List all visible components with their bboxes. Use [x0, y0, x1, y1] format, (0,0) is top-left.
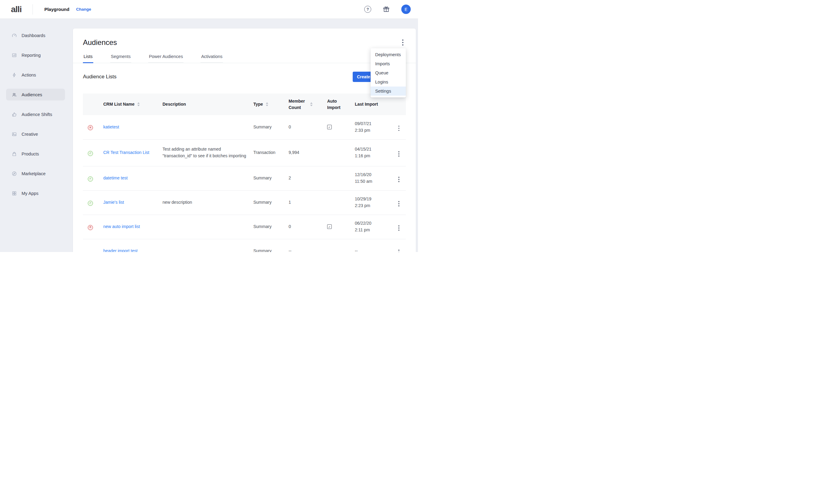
- list-name-link[interactable]: CR Test Transaction List: [103, 149, 153, 156]
- column-auto-import: Auto Import: [322, 94, 350, 115]
- list-name-link[interactable]: Jamie's list: [103, 199, 128, 206]
- sidebar-item-audience-shifts[interactable]: Audience Shifts: [0, 104, 66, 124]
- auto-import-checkbox[interactable]: ✓: [327, 225, 332, 229]
- row-kebab-menu-button[interactable]: [396, 224, 401, 232]
- success-status-icon: ✓: [88, 201, 93, 206]
- sidebar-item-label: Audience Shifts: [22, 112, 52, 117]
- table-row: ✕new auto import listSummary0✓06/22/202:…: [83, 215, 406, 239]
- alli-logo: alli: [11, 4, 22, 14]
- card-header: Audiences: [83, 28, 406, 47]
- top-bar: alli Playground Change ? E: [0, 0, 418, 19]
- last-import-time: 2:11 pm: [355, 227, 392, 233]
- row-kebab-menu-button[interactable]: [396, 200, 401, 208]
- list-name-link[interactable]: new auto import list: [103, 224, 144, 230]
- topbar-divider: [33, 4, 33, 15]
- last-import-time: 1:16 pm: [355, 153, 392, 159]
- grid-icon: [12, 191, 17, 196]
- list-type: Summary: [253, 248, 271, 252]
- list-name-link[interactable]: katietest: [103, 124, 124, 131]
- sidebar-item-label: Dashboards: [22, 33, 45, 38]
- error-status-icon: ✕: [88, 225, 93, 230]
- sort-arrows-icon[interactable]: [137, 102, 140, 106]
- sidebar-item-label: My Apps: [22, 191, 39, 196]
- gauge-icon: [12, 33, 17, 38]
- app-screen: alli Playground Change ? E DashboardsRep…: [0, 0, 418, 252]
- image-icon: [12, 132, 17, 137]
- menu-item-settings[interactable]: Settings: [370, 86, 406, 96]
- sidebar-item-label: Actions: [22, 73, 36, 77]
- tab-segments[interactable]: Segments: [110, 52, 131, 63]
- table-body: ✕katietestSummary0✓09/07/212:33 pm✓CR Te…: [83, 115, 406, 252]
- menu-item-deployments[interactable]: Deployments: [370, 50, 406, 59]
- sidebar-item-my-apps[interactable]: My Apps: [0, 183, 66, 203]
- sidebar-item-label: Reporting: [22, 53, 41, 58]
- avatar[interactable]: E: [401, 4, 411, 14]
- last-import-date: --: [355, 248, 392, 252]
- table-row: ✓Jamie's listnew descriptionSummary110/2…: [83, 190, 406, 215]
- page-title: Audiences: [83, 38, 117, 47]
- sidebar: DashboardsReportingActionsAudiencesAudie…: [0, 19, 66, 252]
- row-kebab-menu-button[interactable]: [396, 248, 401, 252]
- sidebar-item-label: Audiences: [22, 92, 42, 97]
- list-description: new description: [163, 200, 192, 205]
- sidebar-item-actions[interactable]: Actions: [0, 65, 66, 85]
- bar-chart-icon: [12, 53, 17, 58]
- tab-lists[interactable]: Lists: [83, 52, 93, 63]
- column-member-count: Member Count: [283, 94, 322, 115]
- list-type: Summary: [253, 200, 271, 205]
- column-crm-list-name: CRM List Name: [98, 94, 159, 115]
- member-count: 9,994: [289, 150, 299, 155]
- tab-activations[interactable]: Activations: [201, 52, 223, 63]
- menu-item-queue[interactable]: Queue: [370, 68, 406, 77]
- last-import-date: 06/22/20: [355, 220, 392, 227]
- lightning-icon: [12, 72, 17, 78]
- sidebar-item-audiences[interactable]: Audiences: [0, 85, 66, 104]
- sidebar-item-label: Products: [22, 152, 39, 156]
- row-kebab-menu-button[interactable]: [396, 175, 401, 183]
- audience-lists-table: CRM List NameDescriptionTypeMember Count…: [83, 94, 406, 252]
- column-type: Type: [251, 94, 283, 115]
- member-count: 2: [289, 175, 291, 180]
- audiences-card: Audiences ListsSegmentsPower AudiencesAc…: [73, 28, 416, 252]
- last-import-date: 10/29/19: [355, 196, 392, 202]
- member-count: --: [289, 248, 291, 252]
- page-kebab-menu-button[interactable]: [400, 38, 406, 47]
- change-workspace-link[interactable]: Change: [76, 7, 91, 12]
- row-kebab-menu-button[interactable]: [396, 124, 401, 132]
- column-status: [83, 94, 98, 115]
- section-title: Audience Lists: [83, 74, 117, 80]
- table-row: ✓CR Test Transaction ListTest adding an …: [83, 139, 406, 166]
- shopping-bag-icon: [12, 151, 17, 157]
- sort-arrows-icon[interactable]: [266, 102, 268, 106]
- table-header: CRM List NameDescriptionTypeMember Count…: [83, 94, 406, 115]
- member-count: 0: [289, 124, 291, 129]
- sidebar-item-dashboards[interactable]: Dashboards: [0, 25, 66, 45]
- tab-power-audiences[interactable]: Power Audiences: [148, 52, 184, 63]
- auto-import-checkbox[interactable]: ✓: [327, 125, 332, 129]
- workspace-name: Playground: [44, 7, 70, 12]
- last-import-date: 04/15/21: [355, 146, 392, 153]
- sidebar-item-products[interactable]: Products: [0, 144, 66, 164]
- sidebar-item-reporting[interactable]: Reporting: [0, 45, 66, 65]
- gift-icon[interactable]: [383, 6, 390, 13]
- list-description: Test adding an attribute named "transact…: [163, 147, 246, 158]
- sidebar-item-creative[interactable]: Creative: [0, 124, 66, 144]
- tab-bar: ListsSegmentsPower AudiencesActivations: [73, 52, 416, 63]
- table-row: ✕katietestSummary0✓09/07/212:33 pm: [83, 115, 406, 139]
- row-kebab-menu-button[interactable]: [396, 150, 401, 158]
- menu-item-logins[interactable]: Logins: [370, 77, 406, 86]
- last-import-time: 2:33 pm: [355, 127, 392, 134]
- sidebar-item-label: Creative: [22, 132, 38, 137]
- menu-item-imports[interactable]: Imports: [370, 59, 406, 68]
- error-status-icon: ✕: [88, 125, 93, 130]
- sidebar-item-marketplace[interactable]: Marketplace: [0, 164, 66, 183]
- question-circle-icon[interactable]: ?: [364, 6, 371, 13]
- list-type: Summary: [253, 124, 271, 129]
- member-count: 0: [289, 224, 291, 229]
- sort-arrows-icon[interactable]: [310, 102, 312, 106]
- column-description: Description: [159, 94, 251, 115]
- list-name-link[interactable]: header import test: [103, 248, 142, 252]
- list-name-link[interactable]: datetime test: [103, 175, 132, 181]
- page-kebab-dropdown: DeploymentsImportsQueueLoginsSettings: [370, 48, 406, 97]
- table-row: ✓datetime testSummary212/16/2011:50 am: [83, 166, 406, 190]
